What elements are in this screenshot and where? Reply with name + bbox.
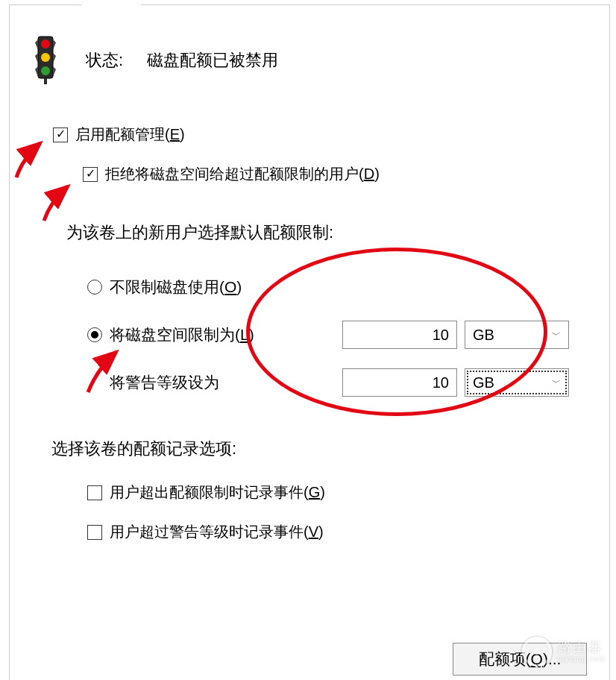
chevron-down-icon: ﹀	[552, 329, 561, 341]
set-limit-label: 将磁盘空间限制为(L)	[110, 324, 254, 345]
svg-marker-1	[35, 40, 38, 50]
log-section-label: 选择该卷的配额记录选项:	[51, 438, 591, 460]
tab-notch	[81, 4, 141, 7]
enable-quota-checkbox[interactable]	[53, 128, 68, 142]
button-row: 配额项(Q)...	[453, 643, 587, 676]
limit-unit-select[interactable]: GB ﹀	[465, 321, 569, 349]
log-over-limit-row[interactable]: 用户超出配额限制时记录事件(G)	[87, 482, 591, 503]
set-limit-radio[interactable]	[87, 327, 102, 342]
no-limit-label: 不限制磁盘使用(O)	[110, 277, 242, 298]
log-over-warn-checkbox[interactable]	[87, 525, 102, 540]
enable-section: 启用配额管理(E) 拒绝将磁盘空间给超过配额限制的用户(D)	[53, 125, 591, 184]
deny-over-row[interactable]: 拒绝将磁盘空间给超过配额限制的用户(D)	[83, 164, 591, 184]
warn-label: 将警告等级设为	[110, 372, 219, 393]
deny-over-checkbox[interactable]	[83, 167, 98, 182]
svg-marker-3	[35, 53, 38, 63]
log-over-limit-checkbox[interactable]	[87, 485, 102, 500]
limit-value-input[interactable]	[342, 321, 457, 349]
status-label: 状态:	[86, 49, 123, 72]
limit-unit-value: GB	[473, 327, 494, 344]
svg-marker-4	[53, 53, 56, 63]
svg-marker-6	[53, 66, 56, 77]
log-over-limit-label: 用户超出配额限制时记录事件(G)	[110, 482, 325, 503]
log-group: 用户超出配额限制时记录事件(G) 用户超过警告等级时记录事件(V)	[87, 482, 591, 542]
svg-rect-10	[44, 78, 47, 84]
quota-settings-panel: 状态: 磁盘配额已被禁用 启用配额管理(E) 拒绝将磁盘空间给超过配额限制的用户…	[9, 4, 610, 680]
no-limit-radio[interactable]	[87, 280, 102, 295]
svg-point-9	[41, 66, 50, 75]
svg-marker-2	[53, 40, 56, 50]
log-over-warn-row[interactable]: 用户超过警告等级时记录事件(V)	[87, 522, 591, 542]
enable-quota-label: 启用配额管理(E)	[75, 125, 185, 145]
chevron-down-icon: ﹀	[552, 377, 561, 389]
enable-quota-row[interactable]: 启用配额管理(E)	[53, 125, 591, 145]
radio-group: 不限制磁盘使用(O) 将磁盘空间限制为(L) GB ﹀ 将警告等级设为 GB	[87, 271, 591, 399]
traffic-light-icon	[32, 35, 59, 86]
log-over-warn-label: 用户超过警告等级时记录事件(V)	[110, 522, 324, 542]
warn-unit-value: GB	[473, 374, 494, 391]
warn-unit-select[interactable]: GB ﹀	[465, 368, 569, 397]
limit-input-pair: GB ﹀	[342, 321, 569, 349]
status-value: 磁盘配额已被禁用	[147, 49, 278, 72]
svg-marker-5	[35, 66, 38, 77]
quota-items-button[interactable]: 配额项(Q)...	[453, 643, 587, 676]
deny-over-label: 拒绝将磁盘空间给超过配额限制的用户(D)	[105, 164, 380, 184]
warn-input-pair: GB ﹀	[342, 368, 569, 397]
warn-row: 将警告等级设为 GB ﹀	[110, 366, 591, 399]
status-row: 状态: 磁盘配额已被禁用	[32, 35, 591, 86]
default-limit-label: 为该卷上的新用户选择默认配额限制:	[66, 221, 591, 244]
no-limit-row[interactable]: 不限制磁盘使用(O)	[87, 271, 591, 303]
set-limit-row[interactable]: 将磁盘空间限制为(L) GB ﹀	[87, 318, 591, 351]
warn-value-input[interactable]	[342, 368, 457, 397]
svg-point-8	[41, 53, 50, 62]
svg-point-7	[41, 40, 50, 48]
